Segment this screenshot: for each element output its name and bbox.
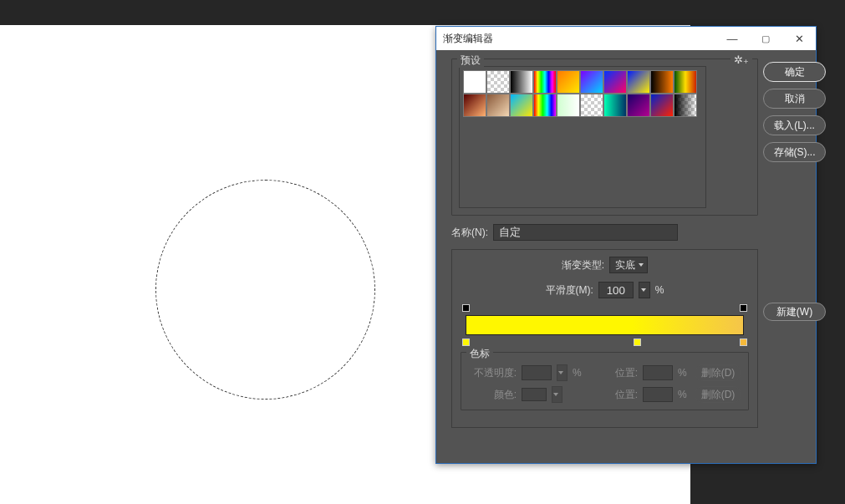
preset-swatch[interactable]: [510, 70, 533, 94]
name-label: 名称(N):: [451, 226, 488, 240]
opacity-field: [522, 365, 552, 380]
gradient-bar-area[interactable]: [461, 307, 749, 345]
delete-color-button: 删除(D): [695, 386, 741, 403]
preset-swatch[interactable]: [603, 94, 627, 117]
type-label: 渐变类型:: [562, 258, 604, 272]
opacity-stop[interactable]: [740, 304, 747, 313]
maximize-button[interactable]: [749, 27, 782, 50]
opacity-unit: %: [573, 367, 584, 379]
stops-label: 色标: [466, 347, 493, 361]
preset-swatch[interactable]: [557, 94, 580, 117]
opacity-dropdown: [557, 364, 568, 381]
preset-swatch[interactable]: [533, 70, 557, 94]
pos-unit: %: [678, 367, 690, 379]
preset-swatch[interactable]: [463, 70, 486, 94]
name-input[interactable]: [493, 224, 678, 241]
opacity-stop[interactable]: [462, 304, 470, 313]
gradient-bar[interactable]: [466, 315, 744, 335]
color-label: 颜色:: [468, 388, 517, 402]
ok-button[interactable]: 确定: [763, 62, 826, 82]
minimize-button[interactable]: [715, 27, 749, 50]
color-dropdown: [552, 386, 562, 403]
titlebar[interactable]: 渐变编辑器: [436, 27, 816, 50]
preset-swatch[interactable]: [603, 70, 627, 94]
preset-swatch[interactable]: [674, 70, 697, 94]
color-pos-field: [643, 387, 673, 402]
cancel-button[interactable]: 取消: [763, 89, 826, 109]
type-select[interactable]: 实底: [609, 257, 648, 273]
color-stop[interactable]: [634, 339, 641, 348]
preset-swatch[interactable]: [650, 70, 674, 94]
save-button[interactable]: 存储(S)...: [763, 142, 826, 162]
pos-label: 位置:: [589, 388, 638, 402]
preset-swatch[interactable]: [627, 70, 650, 94]
delete-opacity-button: 删除(D): [695, 364, 741, 381]
preset-label: 预设: [457, 53, 484, 68]
preset-swatch[interactable]: [557, 70, 580, 94]
preset-swatch[interactable]: [486, 70, 510, 94]
preset-group: 预设 ✲₊: [451, 59, 758, 216]
preset-swatch[interactable]: [627, 94, 650, 117]
color-stop[interactable]: [740, 339, 747, 348]
pos-label: 位置:: [589, 366, 638, 380]
smooth-unit: %: [655, 284, 664, 296]
close-button[interactable]: [782, 27, 816, 50]
smooth-input[interactable]: [598, 282, 634, 298]
gradient-editor-dialog: 渐变编辑器 预设 ✲₊: [435, 26, 817, 464]
preset-swatch[interactable]: [533, 94, 557, 117]
opacity-pos-field: [643, 365, 673, 380]
color-swatch-button: [522, 388, 547, 401]
marquee-selection-circle: [155, 180, 375, 400]
preset-swatch[interactable]: [650, 94, 674, 117]
preset-swatch[interactable]: [463, 94, 486, 117]
gradient-editor-panel: 渐变类型: 实底 平滑度(M): %: [451, 249, 758, 428]
preset-swatch[interactable]: [486, 94, 510, 117]
preset-swatch[interactable]: [580, 94, 603, 117]
preset-swatch[interactable]: [580, 70, 603, 94]
preset-swatch[interactable]: [510, 94, 533, 117]
smooth-label: 平滑度(M):: [546, 283, 593, 298]
stops-group: 色标 不透明度: % 位置: % 删除(D) 颜色:: [461, 352, 749, 410]
pos-unit: %: [678, 389, 690, 400]
smooth-dropdown[interactable]: [639, 282, 650, 298]
gear-icon[interactable]: ✲₊: [730, 53, 752, 66]
load-button[interactable]: 载入(L)...: [763, 115, 826, 135]
preset-swatch[interactable]: [674, 94, 697, 117]
opacity-label: 不透明度:: [468, 366, 517, 380]
new-button[interactable]: 新建(W): [763, 303, 826, 321]
preset-swatch-area[interactable]: [459, 66, 706, 208]
dialog-title: 渐变编辑器: [443, 32, 715, 46]
